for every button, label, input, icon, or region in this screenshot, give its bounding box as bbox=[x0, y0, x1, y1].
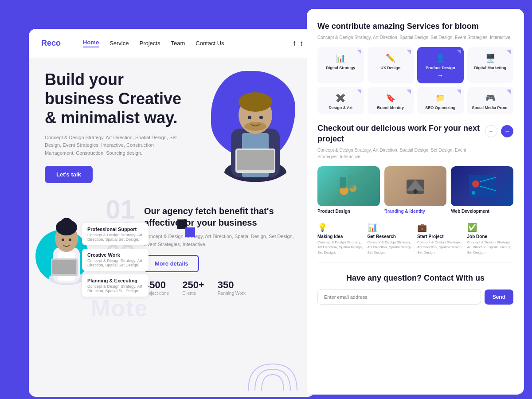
social-media-icon: 🎮 bbox=[471, 93, 510, 103]
seo-label: SEO Optimizing bbox=[421, 106, 460, 110]
process-section: 💡 Making Idea Concept & Design Strategy,… bbox=[317, 223, 513, 255]
service-card-digital-strategy[interactable]: 📊 Digital Strategy bbox=[317, 47, 364, 83]
digital-marketing-label: Digital Marketing bbox=[471, 66, 510, 70]
nav-home[interactable]: Home bbox=[83, 39, 99, 47]
start-project-label: Start Project bbox=[417, 234, 464, 239]
brand-identity-label: Brand Identity bbox=[371, 106, 411, 110]
info-card-2-desc: Concept & Design Strategy, Art Direction… bbox=[87, 258, 143, 267]
svg-marker-24 bbox=[457, 50, 461, 54]
navbar: Reco Home Service Projects Team Contact … bbox=[29, 29, 315, 58]
agency-title: Our agency fetch benefit that's affectiv… bbox=[144, 205, 301, 228]
hero-image bbox=[207, 66, 304, 182]
nav-projects[interactable]: Projects bbox=[140, 40, 160, 47]
info-card-3-desc: Concept & Design Strategy, Art Direction… bbox=[87, 284, 143, 293]
svg-rect-33 bbox=[348, 175, 354, 188]
contact-section: Have any question? Contact With us Send bbox=[317, 273, 513, 313]
svg-point-19 bbox=[69, 239, 71, 241]
nav-team[interactable]: Team bbox=[171, 40, 185, 47]
send-button[interactable]: Send bbox=[485, 289, 513, 305]
work-header-text: Checkout our delicious work For your nex… bbox=[317, 123, 485, 160]
service-card-product-design[interactable]: 👤 Product Design → bbox=[417, 47, 464, 83]
process-grid: 💡 Making Idea Concept & Design Strategy,… bbox=[317, 223, 513, 255]
hero-section: Build your business Creative & minimalis… bbox=[29, 58, 315, 183]
hero-title: Build your business Creative & minimalis… bbox=[45, 70, 187, 128]
get-research-desc: Concept & Design Strategy, Art Direction… bbox=[368, 240, 414, 255]
svg-point-18 bbox=[62, 239, 64, 241]
svg-rect-6 bbox=[237, 150, 274, 170]
nav-contact[interactable]: Contact Us bbox=[196, 40, 224, 47]
svg-rect-21 bbox=[52, 260, 76, 274]
facebook-icon[interactable]: f bbox=[293, 40, 295, 47]
divider bbox=[317, 262, 513, 262]
work-header: Checkout our delicious work For your nex… bbox=[317, 123, 513, 160]
info-card-1-title: Professional Support bbox=[87, 227, 143, 232]
twitter-icon[interactable]: t bbox=[301, 40, 302, 47]
nav-logo: Reco bbox=[41, 39, 61, 48]
work-thumb-1 bbox=[317, 166, 380, 206]
making-idea-label: Making Idea bbox=[317, 234, 364, 239]
agency-desc: Concept & Design Strategy, Art Direction… bbox=[144, 233, 301, 248]
nav-links: Home Service Projects Team Contact Us bbox=[83, 39, 293, 47]
job-done-label: Job Done bbox=[467, 234, 514, 239]
product-design-icon: 👤 bbox=[421, 53, 460, 63]
svg-marker-25 bbox=[506, 50, 511, 54]
work-item-3[interactable]: Web Development bbox=[451, 166, 513, 214]
info-card-2: Creative Work Concept & Design Strategy,… bbox=[82, 249, 149, 271]
job-done-desc: Concept & Design Strategy, Art Direction… bbox=[467, 240, 514, 255]
more-details-button[interactable]: More details bbox=[144, 255, 199, 272]
hero-person bbox=[207, 66, 304, 182]
hero-cta-button[interactable]: Let's talk bbox=[45, 166, 93, 183]
svg-point-41 bbox=[472, 191, 475, 195]
hero-description: Concept & Design Strategy, Art Direction… bbox=[45, 134, 178, 157]
stat-running-label: Running Work bbox=[218, 291, 246, 296]
work-nav-prev[interactable]: ← bbox=[485, 125, 497, 137]
work-nav-next[interactable]: → bbox=[501, 125, 513, 137]
digital-strategy-label: Digital Strategy bbox=[321, 66, 360, 70]
service-card-brand-identity[interactable]: 🔖 Brand Identity bbox=[368, 87, 414, 114]
contact-form: Send bbox=[317, 289, 513, 305]
svg-point-8 bbox=[259, 116, 263, 119]
work-item-1[interactable]: Product Design bbox=[317, 166, 380, 214]
making-idea-icon: 💡 bbox=[317, 223, 364, 232]
work-thumb-2 bbox=[384, 166, 447, 206]
agency-text: Our agency fetch benefit that's affectiv… bbox=[135, 196, 315, 304]
nav-service[interactable]: Service bbox=[110, 40, 129, 47]
service-card-design-art[interactable]: ✖️ Design & Art bbox=[317, 87, 364, 114]
service-card-digital-marketing[interactable]: 🖥️ Digital Marketing bbox=[467, 47, 514, 83]
info-card-2-title: Creative Work bbox=[87, 252, 143, 258]
work-label-2: Branding & Identity bbox=[384, 209, 447, 214]
right-panel: We contribute amazing Services for bloom… bbox=[307, 9, 524, 395]
service-card-ux-design[interactable]: ✏️ UX Design bbox=[368, 47, 414, 83]
design-art-icon: ✖️ bbox=[321, 93, 360, 103]
services-section: We contribute amazing Services for bloom… bbox=[317, 21, 513, 114]
service-card-seo[interactable]: 📁 SEO Optimizing bbox=[417, 87, 464, 114]
making-idea-desc: Concept & Design Strategy, Art Direction… bbox=[317, 240, 364, 255]
product-design-arrow: → bbox=[421, 72, 460, 79]
info-cards: Professional Support Concept & Design St… bbox=[82, 223, 149, 297]
job-done-icon: ✅ bbox=[467, 223, 514, 232]
social-media-label: Social Media Prom. bbox=[471, 106, 510, 110]
stat-running-number: 350 bbox=[218, 279, 246, 291]
stat-clients: 250+ Clients bbox=[182, 279, 204, 296]
email-input[interactable] bbox=[317, 289, 481, 305]
digital-marketing-icon: 🖥️ bbox=[471, 53, 510, 63]
svg-rect-11 bbox=[185, 227, 195, 237]
digital-strategy-icon: 📊 bbox=[321, 53, 360, 63]
work-label-1: Product Design bbox=[317, 209, 380, 214]
person-svg bbox=[207, 66, 304, 182]
work-gallery: Product Design Branding & Identity bbox=[317, 166, 513, 214]
service-card-social-media[interactable]: 🎮 Social Media Prom. bbox=[467, 87, 514, 114]
info-card-1-desc: Concept & Design Strategy, Art Direction… bbox=[87, 233, 143, 242]
start-project-icon: 💼 bbox=[417, 223, 464, 232]
stat-clients-label: Clients bbox=[182, 291, 204, 296]
mote-watermark: Mote bbox=[91, 295, 148, 321]
svg-point-7 bbox=[248, 116, 251, 119]
services-grid: 📊 Digital Strategy ✏️ UX Design 👤 Produc… bbox=[317, 47, 513, 114]
services-description: Concept & Design Strategy, Art Direction… bbox=[317, 34, 513, 41]
left-panel: Reco Home Service Projects Team Contact … bbox=[29, 29, 315, 397]
svg-marker-29 bbox=[506, 90, 511, 94]
work-section: Checkout our delicious work For your nex… bbox=[317, 123, 513, 214]
design-art-label: Design & Art bbox=[321, 106, 360, 110]
work-item-2[interactable]: Branding & Identity bbox=[384, 166, 447, 214]
process-item-1: 💡 Making Idea Concept & Design Strategy,… bbox=[317, 223, 364, 255]
